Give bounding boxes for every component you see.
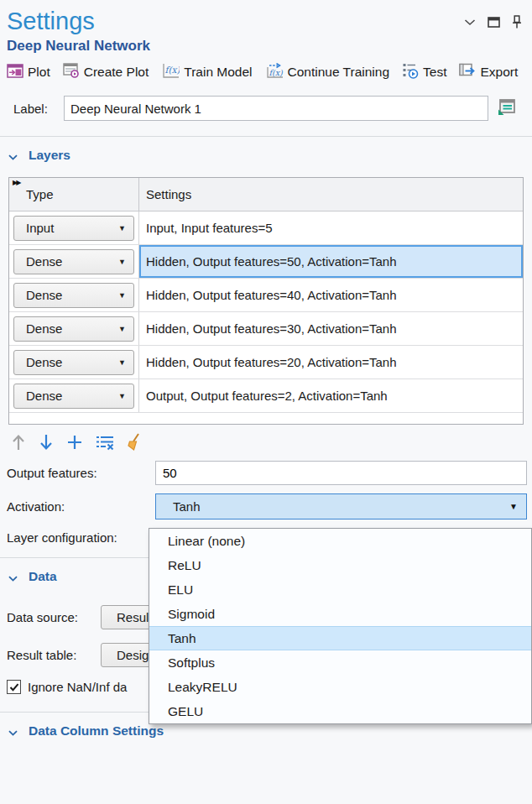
layers-table-header: ▶▶ Type Settings [9,178,523,211]
panel-title: Settings [7,5,95,37]
table-row: Dense ▼ Output, Output features=2, Activ… [9,379,523,413]
dropdown-option[interactable]: LeakyRELU [149,675,531,699]
ignore-nan-label: Ignore NaN/Inf da [28,680,127,694]
svg-text:f(x): f(x) [165,65,180,75]
settings-panel-header: Settings Deep Neural Network Plot Creat [0,0,532,121]
continue-training-label: Continue Training [288,65,390,80]
data-column-settings-title: Data Column Settings [29,723,164,739]
data-source-value: Resul [117,610,149,624]
float-window-icon[interactable] [488,17,500,28]
activation-value: Tanh [156,499,201,514]
chevron-down-icon [8,149,18,163]
layer-type-dropdown[interactable]: Dense ▼ [13,384,134,409]
chevron-down-icon: ▼ [118,291,126,300]
chevron-down-icon: ▼ [118,224,126,232]
clear-table-icon[interactable] [126,432,143,452]
node-type-subtitle: Deep Neural Network [7,38,525,55]
plot-label: Plot [28,65,50,80]
layer-type-dropdown[interactable]: Dense ▼ [13,283,134,308]
column-header-settings: Settings [146,187,191,201]
export-button[interactable]: Export [459,63,518,81]
layer-type-dropdown[interactable]: Input ▼ [13,216,134,241]
chevron-down-icon[interactable] [464,18,476,26]
table-row-selected: Dense ▼ Hidden, Output features=50, Acti… [9,245,523,279]
dropdown-option[interactable]: Sigmoid [149,602,531,626]
table-row: Dense ▼ Hidden, Output features=30, Acti… [9,312,523,346]
train-model-icon: f(x) [161,63,180,82]
layer-type-value: Dense [26,389,62,403]
test-icon [402,62,419,82]
train-model-button[interactable]: f(x) Train Model [161,63,252,82]
train-model-label: Train Model [184,65,252,80]
chevron-down-icon: ▼ [509,502,518,511]
dropdown-option[interactable]: Softplus [149,650,531,675]
rename-icon [497,98,517,118]
dropdown-option[interactable]: GELU [149,699,531,723]
activation-combobox[interactable]: Tanh ▼ [155,493,527,519]
activation-dropdown-list: Linear (none) ReLU ELU Sigmoid Tanh Soft… [149,528,532,724]
chevron-down-icon: ▼ [118,358,126,367]
layer-type-value: Dense [26,321,62,336]
layer-type-value: Dense [26,355,62,369]
layer-type-dropdown[interactable]: Dense ▼ [13,316,134,342]
dropdown-option[interactable]: ReLU [149,553,531,577]
dropdown-option[interactable]: ELU [149,577,531,602]
layer-settings-cell[interactable]: Output, Output features=2, Activation=Ta… [139,379,523,412]
move-down-icon[interactable] [38,433,55,452]
chevron-down-icon: ▼ [118,258,126,266]
layer-type-value: Dense [26,254,62,269]
chevron-down-icon: ▼ [118,325,126,333]
plot-icon [7,64,23,81]
test-label: Test [423,65,446,80]
data-section-title: Data [29,569,57,584]
layers-section-title: Layers [29,148,70,163]
create-plot-icon [63,63,80,81]
layers-table: ▶▶ Type Settings Input ▼ Input, Input fe… [8,177,524,425]
column-header-type: Type [26,187,54,201]
dropdown-option[interactable]: Linear (none) [149,529,531,553]
move-up-icon[interactable] [10,433,27,452]
layer-type-value: Dense [26,288,62,302]
dropdown-option-selected[interactable]: Tanh [149,626,531,650]
action-toolbar: Plot Create Plot f(x) Train Model f(x) C… [7,62,519,82]
export-label: Export [480,65,518,80]
rename-node-button[interactable] [493,96,520,121]
pin-icon[interactable] [512,15,522,29]
plot-button[interactable]: Plot [7,64,50,81]
ignore-nan-checkbox[interactable] [7,680,21,694]
result-table-value: Desig [117,648,149,662]
continue-training-button[interactable]: f(x) Continue Training [265,63,390,82]
layer-type-dropdown[interactable]: Dense ▼ [13,249,134,274]
layer-settings-cell[interactable]: Hidden, Output features=30, Activation=T… [139,312,523,345]
expand-columns-icon[interactable]: ▶▶ [13,179,19,186]
layer-settings-cell[interactable]: Hidden, Output features=40, Activation=T… [139,279,523,311]
activation-label: Activation: [7,499,155,514]
layers-section-header[interactable]: Layers [0,137,532,170]
delete-icon[interactable] [95,433,115,452]
svg-text:f(x): f(x) [269,68,284,77]
export-icon [459,63,476,81]
create-plot-label: Create Plot [84,65,149,80]
layer-settings-cell[interactable]: Hidden, Output features=20, Activation=T… [139,346,523,379]
label-input[interactable] [64,96,488,121]
activation-wrap: Activation: Tanh ▼ Layer configuration: … [0,493,532,545]
layer-settings-cell[interactable]: Input, Input features=5 [139,211,523,244]
table-empty-area [9,413,523,424]
output-features-label: Output features: [7,466,155,480]
chevron-down-icon: ▼ [118,392,126,400]
continue-training-icon: f(x) [265,63,284,82]
table-row: Dense ▼ Hidden, Output features=40, Acti… [9,279,523,312]
label-field-caption: Label: [13,102,64,116]
output-features-row: Output features: [7,461,527,485]
layer-type-dropdown[interactable]: Dense ▼ [13,350,134,375]
create-plot-button[interactable]: Create Plot [63,63,149,81]
add-icon[interactable] [65,433,84,452]
layer-settings-cell[interactable]: Hidden, Output features=50, Activation=T… [139,245,523,278]
result-table-label: Result table: [7,648,101,662]
chevron-down-icon [8,724,18,739]
table-row: Dense ▼ Hidden, Output features=20, Acti… [9,346,523,379]
chevron-down-icon [8,570,18,584]
layer-configuration-label: Layer configuration: [7,530,155,545]
test-button[interactable]: Test [402,62,446,82]
output-features-input[interactable] [155,461,527,485]
